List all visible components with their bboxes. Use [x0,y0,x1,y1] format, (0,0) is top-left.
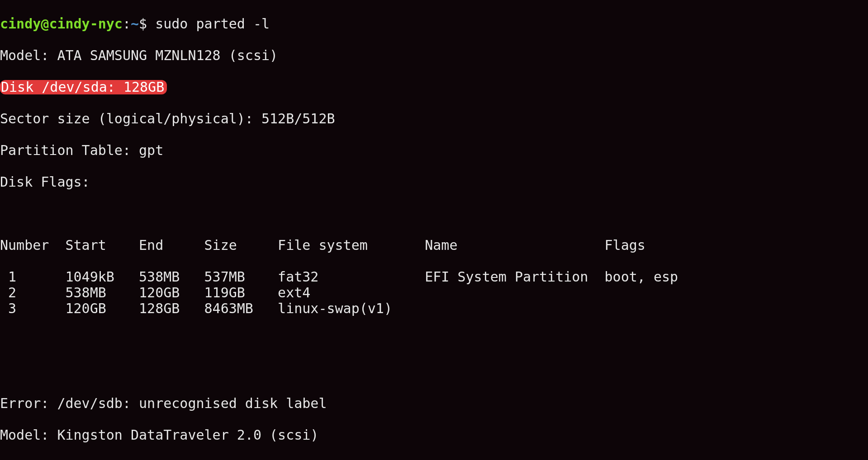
partition-table-body: 1 1049kB 538MB 537MB fat32 EFI System Pa… [0,269,868,316]
blank-1 [0,206,868,221]
terminal[interactable]: cindy@cindy-nyc:~$ sudo parted -l Model:… [0,0,868,460]
table-row: 1 1049kB 538MB 537MB fat32 EFI System Pa… [0,269,868,285]
table-row: 3 120GB 128GB 8463MB linux-swap(v1) [0,300,868,316]
disk1-highlight: Disk /dev/sda: 128GB [0,80,167,94]
disk1-ptable: Partition Table: gpt [0,142,868,158]
disk1-disk-line: Disk /dev/sda: 128GB [0,79,868,95]
prompt-line-1: cindy@cindy-nyc:~$ sudo parted -l [0,16,868,32]
blank-2 [0,332,868,348]
prompt-host: cindy-nyc [49,16,123,32]
disk1-flags: Disk Flags: [0,174,868,190]
prompt-user: cindy [0,16,41,32]
command-text: sudo parted -l [155,16,270,32]
prompt-path: ~ [131,16,139,32]
prompt-colon: : [123,16,131,32]
prompt-dollar: $ [139,16,147,32]
blank-3 [0,364,868,380]
partition-table-header: Number Start End Size File system Name F… [0,237,868,253]
disk2-error: Error: /dev/sdb: unrecognised disk label [0,395,868,411]
disk2-model: Model: Kingston DataTraveler 2.0 (scsi) [0,427,868,443]
disk1-sector: Sector size (logical/physical): 512B/512… [0,111,868,127]
table-row: 2 538MB 120GB 119GB ext4 [0,285,868,300]
disk1-model: Model: ATA SAMSUNG MZNLN128 (scsi) [0,47,868,63]
prompt-at: @ [41,16,49,32]
